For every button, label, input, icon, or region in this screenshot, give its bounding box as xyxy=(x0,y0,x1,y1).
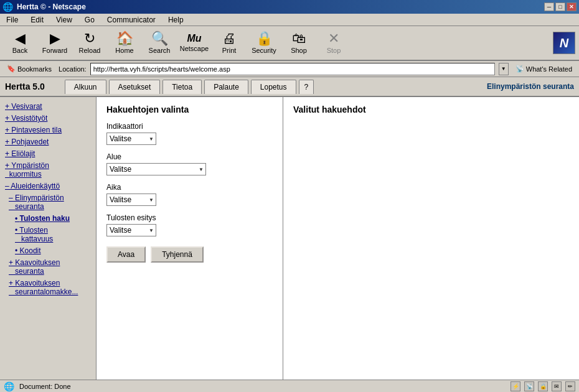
menu-bar: File Edit View Go Communicator Help xyxy=(0,14,579,26)
menu-edit[interactable]: Edit xyxy=(27,14,47,26)
search-button[interactable]: 🔍 Search xyxy=(143,28,176,58)
status-indicator-1: ⚡ xyxy=(511,381,520,391)
menu-help[interactable]: Help xyxy=(164,14,187,26)
location-label: Location: xyxy=(59,65,87,73)
left-panel-title: Hakuehtojen valinta xyxy=(106,105,273,114)
alue-select[interactable]: Valitse xyxy=(106,163,206,175)
location-input-area: http://hertta.vyh.fi/scripts/hearts/welc… xyxy=(90,63,495,75)
sidebar-item-kaavoituksen2[interactable]: + Kaavoituksen seurantalomakke... xyxy=(2,278,93,297)
sidebar-item-tulosten-haku[interactable]: Tulosten haku xyxy=(2,213,93,224)
status-bar: 🌐 Document: Done ⚡ 📡 🔒 ✉ ✏ xyxy=(0,380,579,392)
sidebar-item-koodit[interactable]: • Koodit xyxy=(2,245,93,256)
search-label: Search xyxy=(149,47,171,54)
whats-related-button[interactable]: 📡 What's Related xyxy=(512,63,575,74)
aika-group: Aika Valitse xyxy=(106,183,273,206)
tulosten-esitys-group: Tulosten esitys Valitse xyxy=(106,213,273,236)
security-label: Security xyxy=(252,47,276,54)
stop-label: Stop xyxy=(327,47,341,54)
right-panel: Valitut hakuehdot xyxy=(283,97,579,380)
shop-label: Shop xyxy=(291,47,307,54)
nav-tabs: Alkuun Asetukset Tietoa Palaute Lopetus … xyxy=(65,80,314,94)
location-dropdown[interactable]: ▼ xyxy=(499,63,509,75)
aika-select-wrapper: Valitse xyxy=(106,194,156,206)
maximize-button[interactable]: □ xyxy=(555,2,565,11)
sidebar-item-tulosten-kattavuus[interactable]: • Tulosten kattavuus xyxy=(2,225,93,245)
tulosten-esitys-select-wrapper: Valitse xyxy=(106,224,156,236)
forward-label: Forward xyxy=(42,47,67,54)
main-content: + Vesivarat + Vesistötyöt + Pintavesien … xyxy=(0,97,579,380)
title-bar-buttons: ─ □ ✕ xyxy=(544,2,577,11)
indikaattori-group: Indikaattori Valitse xyxy=(106,122,273,145)
shop-icon: 🛍 xyxy=(292,32,306,45)
tab-question[interactable]: ? xyxy=(299,80,314,94)
minimize-button[interactable]: ─ xyxy=(544,2,554,11)
status-text: Document: Done xyxy=(19,383,506,390)
status-indicator-2: 📡 xyxy=(524,381,534,391)
status-icon: 🌐 xyxy=(4,381,14,391)
tab-tietoa[interactable]: Tietoa xyxy=(162,80,202,94)
tulosten-esitys-select[interactable]: Valitse xyxy=(106,224,156,236)
content-area: Hakuehtojen valinta Indikaattori Valitse… xyxy=(96,97,579,380)
menu-file[interactable]: File xyxy=(2,14,22,26)
sidebar-item-ympariston[interactable]: + Ympäristön kuormitus xyxy=(2,160,93,180)
tyhjenna-button[interactable]: Tyhjennä xyxy=(151,246,204,263)
toolbar: ◀ Back ▶ Forward ↻ Reload 🏠 Home 🔍 Searc… xyxy=(0,26,579,61)
forward-icon: ▶ xyxy=(50,32,60,45)
avaa-button[interactable]: Avaa xyxy=(106,246,146,263)
tab-lopetus[interactable]: Lopetus xyxy=(251,80,296,94)
url-text: http://hertta.vyh.fi/scripts/hearts/welc… xyxy=(93,65,230,73)
sidebar-item-elinymparisto[interactable]: – Elinympäristön seuranta xyxy=(2,192,93,212)
sidebar-item-eliolajit[interactable]: + Eliölajit xyxy=(2,148,93,159)
reload-button[interactable]: ↻ Reload xyxy=(73,28,106,58)
sidebar-item-pohjavedet[interactable]: + Pohjavedet xyxy=(2,136,93,147)
tab-alkuun[interactable]: Alkuun xyxy=(65,80,106,94)
sidebar: + Vesivarat + Vesistötyöt + Pintavesien … xyxy=(0,97,96,380)
aika-label: Aika xyxy=(106,183,273,192)
alue-label: Alue xyxy=(106,152,273,161)
alue-group: Alue Valitse xyxy=(106,152,273,175)
netscape-logo: N xyxy=(553,32,575,54)
tulosten-esitys-label: Tulosten esitys xyxy=(106,213,273,222)
forward-button[interactable]: ▶ Forward xyxy=(39,28,71,58)
status-right: ⚡ 📡 🔒 ✉ ✏ xyxy=(511,381,575,391)
app-subtitle: Elinympäristön seuranta xyxy=(487,82,574,91)
stop-button[interactable]: ✕ Stop xyxy=(318,28,350,58)
security-icon: 🔒 xyxy=(256,32,273,45)
status-indicator-4: ✉ xyxy=(552,381,562,391)
close-button[interactable]: ✕ xyxy=(567,2,577,11)
menu-go[interactable]: Go xyxy=(81,14,98,26)
tab-palaute[interactable]: Palaute xyxy=(204,80,248,94)
home-button[interactable]: 🏠 Home xyxy=(108,28,141,58)
aika-select[interactable]: Valitse xyxy=(106,194,156,206)
address-bar: 🔖 Bookmarks Location: http://hertta.vyh.… xyxy=(0,61,579,77)
title-bar-text: 🌐 Hertta © - Netscape xyxy=(2,2,86,12)
security-button[interactable]: 🔒 Security xyxy=(248,28,280,58)
tab-asetukset[interactable]: Asetukset xyxy=(109,80,161,94)
sidebar-item-vesistotyot[interactable]: + Vesistötyöt xyxy=(2,113,93,124)
menu-communicator[interactable]: Communicator xyxy=(103,14,159,26)
back-button[interactable]: ◀ Back xyxy=(4,28,36,58)
sidebar-item-alueidenkaytto[interactable]: – Alueidenkäyttö xyxy=(2,180,93,192)
menu-view[interactable]: View xyxy=(52,14,76,26)
netscape-label: Netscape xyxy=(180,45,209,52)
print-button[interactable]: 🖨 Print xyxy=(213,28,245,58)
bookmarks-label: Bookmarks xyxy=(17,65,52,73)
netscape-button[interactable]: Mu Netscape xyxy=(178,28,210,58)
back-label: Back xyxy=(12,47,27,54)
sidebar-item-pintavesien[interactable]: + Pintavesien tila xyxy=(2,124,93,136)
left-panel: Hakuehtojen valinta Indikaattori Valitse… xyxy=(96,97,283,380)
bookmarks-button[interactable]: 🔖 Bookmarks xyxy=(4,63,55,74)
shop-button[interactable]: 🛍 Shop xyxy=(283,28,315,58)
whats-related-label: What's Related xyxy=(526,65,572,73)
reload-label: Reload xyxy=(79,47,101,54)
window-title: Hertta © - Netscape xyxy=(17,2,86,11)
indikaattori-select-wrapper: Valitse xyxy=(106,133,156,145)
home-label: Home xyxy=(115,47,133,54)
app-title: Hertta 5.0 xyxy=(5,82,55,91)
title-bar: 🌐 Hertta © - Netscape ─ □ ✕ xyxy=(0,0,579,14)
netscape-icon: Mu xyxy=(187,34,201,44)
indikaattori-select[interactable]: Valitse xyxy=(106,133,156,145)
sidebar-item-kaavoituksen[interactable]: + Kaavoituksen seuranta xyxy=(2,257,93,277)
bookmark-icon: 🔖 xyxy=(7,65,16,73)
sidebar-item-vesivarat[interactable]: + Vesivarat xyxy=(2,101,93,112)
